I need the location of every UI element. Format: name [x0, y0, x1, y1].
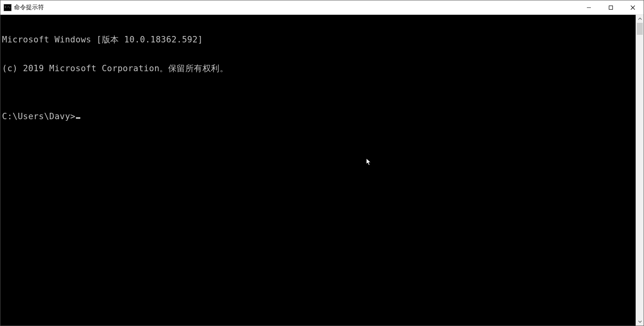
title-left: C:\. 命令提示符	[4, 4, 44, 11]
scroll-down-button[interactable]	[636, 318, 644, 326]
terminal-area: Microsoft Windows [版本 10.0.18362.592] (c…	[0, 15, 644, 326]
terminal-line-version: Microsoft Windows [版本 10.0.18362.592]	[2, 35, 634, 44]
window-controls	[578, 0, 644, 14]
terminal-line-copyright: (c) 2019 Microsoft Corporation。保留所有权利。	[2, 64, 634, 73]
minimize-button[interactable]	[578, 0, 600, 14]
close-button[interactable]	[622, 0, 644, 14]
scroll-track[interactable]	[636, 23, 644, 318]
scroll-thumb[interactable]	[637, 23, 643, 35]
svg-rect-1	[609, 6, 612, 9]
terminal-prompt-line: C:\Users\Davy>	[2, 112, 634, 121]
mouse-cursor-icon	[334, 148, 372, 178]
window-title: 命令提示符	[14, 4, 44, 11]
chevron-up-icon	[638, 18, 642, 20]
terminal-cursor	[76, 117, 80, 119]
vertical-scrollbar[interactable]	[636, 15, 644, 326]
cmd-icon: C:\.	[4, 4, 12, 11]
terminal-content[interactable]: Microsoft Windows [版本 10.0.18362.592] (c…	[0, 15, 636, 326]
chevron-down-icon	[638, 320, 642, 323]
cmd-icon-glyph: C:\.	[5, 6, 12, 9]
scroll-up-button[interactable]	[636, 15, 644, 23]
maximize-button[interactable]	[600, 0, 622, 14]
close-icon	[630, 5, 635, 10]
minimize-icon	[586, 5, 591, 10]
terminal-prompt: C:\Users\Davy>	[2, 112, 76, 121]
maximize-icon	[608, 5, 613, 10]
title-bar: C:\. 命令提示符	[0, 0, 644, 15]
